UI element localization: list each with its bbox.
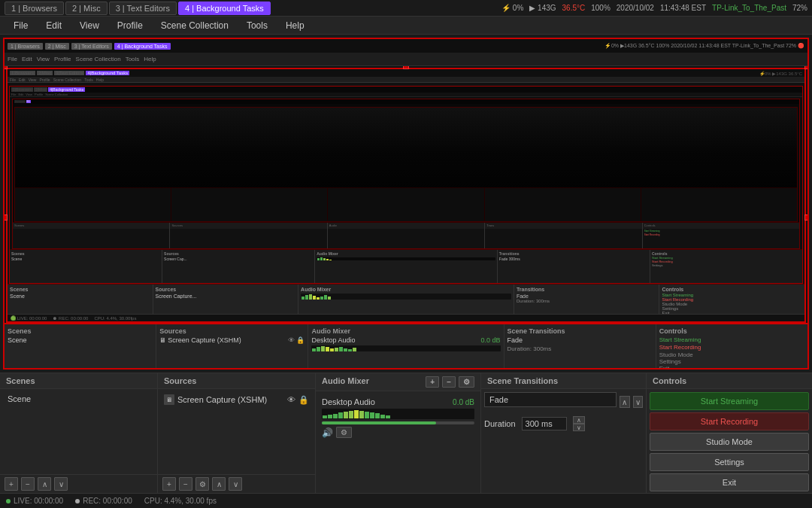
system-bar: 1 | Browsers 2 | Misc 3 | Text Editors 4…	[0, 0, 812, 17]
duration-label: Duration	[484, 419, 516, 428]
main-content: 1 | Browsers 2 | Misc 3 | Text Editors 4…	[0, 35, 812, 508]
preview-fractal: 1 | Browsers 2 | Misc 3 | Text Editors 4…	[5, 39, 807, 368]
network-stat: TP-Link_To_The_Past	[712, 4, 786, 12]
inner-menubar: File Edit View Profile Scene Collection …	[5, 53, 807, 66]
start-streaming-btn[interactable]: Start Streaming	[650, 392, 809, 410]
resize-handle-tl[interactable]	[5, 66, 8, 69]
tab-background-tasks[interactable]: 4 | Background Tasks	[178, 2, 271, 15]
tab-text-editors[interactable]: 3 | Text Editors	[109, 2, 177, 15]
audio-config-btn[interactable]: ⚙	[336, 427, 352, 438]
tab-browsers[interactable]: 1 | Browsers	[5, 2, 64, 15]
mute-btn[interactable]: 🔊	[322, 427, 333, 438]
eq-bar-1	[323, 415, 327, 418]
date-stat: 2020/10/02	[617, 4, 654, 12]
menu-profile[interactable]: Profile	[110, 19, 150, 32]
audio-track-desktop: Desktop Audio 0.0 dB	[319, 394, 477, 441]
inner-sysbar: 1 | Browsers 2 | Misc 3 | Text Editors 4…	[5, 39, 807, 53]
transitions-header: Scene Transitions	[481, 373, 646, 389]
sources-up-btn[interactable]: ∧	[212, 477, 226, 491]
live-dot	[6, 499, 11, 503]
eq-bar-6	[349, 411, 353, 418]
sources-header: Sources	[158, 373, 315, 389]
preview-area: 1 | Browsers 2 | Misc 3 | Text Editors 4…	[3, 38, 809, 370]
menu-view[interactable]: View	[72, 19, 107, 32]
menu-file[interactable]: File	[6, 19, 35, 32]
eq-bar-13	[386, 415, 390, 418]
obs-screenshot: 1 | Browsers 2 | Misc 3 | Text Editors 4…	[5, 39, 807, 368]
system-stats: ⚡ 0% ▶ 143G 36.5°C 100% 2020/10/02 11:43…	[501, 4, 807, 12]
scenes-remove-btn[interactable]: −	[21, 477, 35, 491]
scenes-down-btn[interactable]: ∨	[54, 477, 68, 491]
cpu-stat: ⚡ 0%	[501, 4, 523, 12]
eq-bar-9	[365, 412, 369, 418]
live-time: LIVE: 00:00:00	[14, 497, 63, 505]
controls-header: Controls	[647, 373, 812, 389]
resize-handle-mr[interactable]	[804, 214, 807, 221]
audio-controls: 🔊 ⚙	[322, 427, 474, 438]
resize-handle-tr[interactable]	[804, 66, 807, 69]
rec-dot	[75, 499, 80, 503]
tab-misc[interactable]: 2 | Misc	[65, 2, 108, 15]
sources-toolbar: + − ⚙ ∧ ∨	[158, 474, 315, 493]
menu-scene-collection[interactable]: Scene Collection	[153, 19, 236, 32]
deeper-nested: Browsers BG	[12, 99, 800, 249]
scenes-header: Scenes	[0, 373, 157, 389]
transition-prev-btn[interactable]: ∧	[620, 396, 630, 408]
sources-down-btn[interactable]: ∨	[229, 477, 242, 491]
audio-mixer-panel: Audio Mixer + − ⚙ Desktop Audio 0.0 dB	[316, 373, 481, 493]
duration-input[interactable]	[522, 417, 567, 430]
resize-handle-ml[interactable]	[5, 214, 8, 221]
deep-nested-preview: 1|Browsers 2|Misc 4|Background Tasks Fil…	[9, 86, 803, 284]
menu-edit[interactable]: Edit	[38, 19, 69, 32]
scenes-panel: Scenes Scene + − ∧ ∨	[0, 373, 158, 493]
resize-handle-tm[interactable]	[403, 66, 409, 69]
live-status: LIVE: 00:00:00	[6, 497, 63, 505]
sources-settings-btn[interactable]: ⚙	[195, 477, 209, 491]
menu-bar: File Edit View Profile Scene Collection …	[0, 17, 812, 35]
eq-bar-8	[359, 411, 364, 418]
audio-remove-btn[interactable]: −	[442, 376, 456, 388]
monitor-icon: 🖥	[164, 394, 174, 405]
audio-settings-btn[interactable]: ⚙	[459, 376, 474, 388]
settings-btn[interactable]: Settings	[650, 453, 809, 471]
audio-header: Audio Mixer + − ⚙	[316, 373, 480, 391]
lock-toggle[interactable]: 🔒	[298, 395, 309, 405]
eq-bar-5	[344, 412, 348, 418]
track-volume: 0.0 dB	[453, 398, 474, 406]
source-label: Screen Capture (XSHM)	[177, 395, 267, 404]
source-item[interactable]: 🖥 Screen Capture (XSHM) 👁 🔒	[161, 392, 312, 407]
eq-bar-4	[338, 412, 343, 418]
track-name: Desktop Audio	[322, 397, 375, 406]
audio-add-btn[interactable]: +	[426, 376, 439, 388]
eq-bar-2	[328, 415, 332, 418]
duration-down-btn[interactable]: ∨	[573, 424, 585, 431]
eq-bar-3	[333, 414, 338, 418]
scenes-add-btn[interactable]: +	[5, 477, 18, 491]
exit-btn[interactable]: Exit	[650, 473, 809, 491]
sources-add-btn[interactable]: +	[162, 477, 176, 491]
volume-slider[interactable]	[322, 421, 474, 424]
start-recording-btn[interactable]: Start Recording	[650, 412, 809, 430]
duration-up-btn[interactable]: ∧	[573, 416, 585, 424]
scene-item[interactable]: Scene	[3, 392, 154, 406]
rec-status: REC: 00:00:00	[75, 497, 132, 505]
eq-visualizer	[322, 409, 474, 419]
inner-bottom-panels: Scenes Scene Sources 🖥 Screen Capture (X…	[5, 323, 807, 368]
visibility-toggle[interactable]: 👁	[287, 395, 295, 405]
menu-help[interactable]: Help	[278, 19, 312, 32]
studio-mode-btn[interactable]: Studio Mode	[650, 433, 809, 451]
audio-content: Desktop Audio 0.0 dB	[316, 391, 480, 493]
inner-main: 1|Browsers 2|Misc 3|Text Editors 4|Backg…	[5, 66, 807, 368]
transition-next-btn[interactable]: ∨	[633, 396, 644, 408]
temp-stat: 36.5°C	[562, 4, 586, 12]
eq-bar-12	[380, 415, 385, 418]
cpu-info: CPU: 4.4%, 30.00 fps	[144, 497, 217, 505]
sources-remove-btn[interactable]: −	[179, 477, 192, 491]
menu-tools[interactable]: Tools	[239, 19, 275, 32]
eq-bar-11	[375, 413, 380, 418]
duration-row: Duration ∧ ∨	[484, 416, 643, 431]
ram-stat: ▶ 143G	[529, 4, 556, 12]
scenes-up-btn[interactable]: ∧	[38, 477, 51, 491]
transition-type-select[interactable]: Fade Cut Swipe	[484, 392, 617, 407]
controls-panel: Controls Start Streaming Start Recording…	[647, 373, 812, 493]
